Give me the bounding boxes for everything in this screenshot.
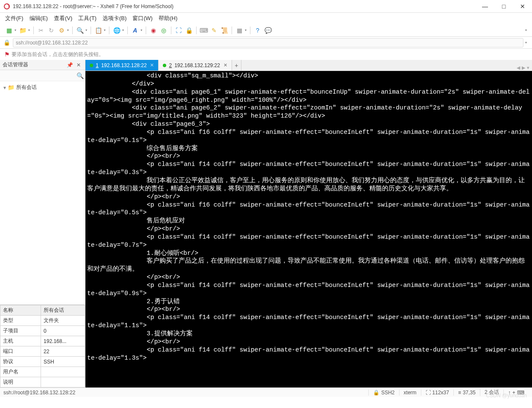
prop-key: 主机 — [0, 336, 41, 346]
prop-header-value[interactable]: 所有会话 — [41, 305, 85, 316]
tab-bar: 1192.168.132.128:22✕2192.168.132.129:22✕… — [85, 60, 532, 71]
maximize-button[interactable]: □ — [498, 3, 510, 10]
sidebar-title: 会话管理器 — [3, 61, 28, 68]
status-term: xterm — [399, 390, 421, 396]
dropdown-icon[interactable]: ▾ — [85, 28, 87, 32]
properties-icon[interactable]: ⚙ — [58, 27, 65, 34]
close-tab-icon[interactable]: ✕ — [150, 62, 154, 68]
status-dot-icon — [90, 64, 93, 67]
main-area: 会话管理器 📌 ✕ 🔍 ▾ 📁 所有会话 名称所有会话 类型文件夹子项目0主机1… — [0, 60, 532, 387]
prop-key: 子项目 — [0, 326, 41, 336]
statusbar: ssh://root@192.168.132.128:22 🔒SSH2 xter… — [0, 387, 532, 397]
open-icon[interactable]: 📁 — [19, 27, 26, 34]
reconnect-icon[interactable]: ↻ — [47, 27, 55, 34]
close-button[interactable]: ✕ — [517, 3, 529, 10]
menu-item[interactable]: 窗口(W) — [132, 15, 153, 22]
search-icon[interactable]: 🔍 — [76, 72, 85, 79]
prop-value: 22 — [41, 346, 85, 357]
session-tab[interactable]: 2192.168.132.129:22✕ — [159, 60, 232, 71]
tree-root-item[interactable]: ▾ 📁 所有会话 — [2, 83, 83, 92]
menu-item[interactable]: 文件(F) — [5, 15, 24, 22]
separator — [109, 27, 109, 34]
chat-icon[interactable]: 💬 — [264, 27, 272, 34]
copy-icon[interactable]: 📋 — [94, 27, 102, 34]
dropdown-icon[interactable]: ▾ — [245, 28, 247, 32]
fullscreen-icon[interactable]: ⛶ — [175, 27, 182, 34]
window-controls: — □ ✕ — [479, 3, 529, 10]
prop-row: 子项目0 — [0, 326, 85, 336]
keyboard-icon[interactable]: ⌨ — [200, 27, 208, 34]
terminal[interactable]: <div class="sq_m_small"></div> </div> <d… — [85, 71, 532, 387]
menu-item[interactable]: 编辑(E) — [29, 15, 48, 22]
toolbar-drop-icon[interactable]: ▾ — [525, 28, 527, 32]
menu-item[interactable]: 帮助(H) — [159, 15, 177, 22]
add-tab-button[interactable]: + — [232, 60, 241, 71]
separator — [250, 27, 250, 34]
separator — [33, 27, 34, 34]
highlight-icon[interactable]: ✎ — [210, 27, 218, 34]
sidebar-close-icon[interactable]: ✕ — [75, 62, 82, 68]
dropdown-icon[interactable]: ▾ — [15, 28, 16, 32]
globe-icon[interactable]: 🌐 — [113, 27, 121, 34]
font-icon[interactable]: A — [131, 27, 139, 34]
tab-label: 192.168.132.128:22 — [101, 62, 147, 68]
sidebar-search: 🔍 — [0, 70, 85, 81]
toolbar: ▦▾ 📁▾ ✂ ↻ ⚙▾ 🔍▾ 📋▾ 🌐▾ A▾ ◉ ◎ ⛶ 🔒 ⌨ ✎ 📜 ▦… — [0, 24, 532, 37]
watermark: CSDN @yunduan — [486, 393, 527, 397]
prop-row: 协议SSH — [0, 357, 85, 367]
prop-value: SSH — [41, 357, 85, 367]
tree-root-label: 所有会话 — [16, 84, 37, 91]
close-tab-icon[interactable]: ✕ — [223, 62, 227, 68]
content-area: 1192.168.132.128:22✕2192.168.132.129:22✕… — [85, 60, 532, 387]
menu-item[interactable]: 查看(V) — [54, 15, 72, 22]
address-drop-icon[interactable]: ▾ — [525, 41, 527, 44]
separator — [91, 27, 91, 34]
search-icon[interactable]: 🔍 — [76, 27, 84, 34]
minimize-button[interactable]: — — [479, 3, 491, 10]
lock-icon: 🔒 — [373, 390, 379, 396]
separator — [232, 27, 232, 34]
status-proto: 🔒SSH2 — [368, 390, 399, 396]
pin-icon[interactable]: 📌 — [65, 62, 75, 68]
prop-value — [41, 377, 85, 387]
sidebar: 会话管理器 📌 ✕ 🔍 ▾ 📁 所有会话 名称所有会话 类型文件夹子项目0主机1… — [0, 60, 85, 387]
tab-prev-icon[interactable]: ◀ — [517, 65, 520, 71]
prop-key: 用户名 — [0, 367, 41, 377]
new-session-icon[interactable]: ▦ — [5, 27, 13, 34]
sidebar-title-bar: 会话管理器 📌 ✕ — [0, 60, 85, 70]
dropdown-icon[interactable]: ▾ — [28, 28, 30, 32]
status-size: ⛶ 112x37 — [421, 390, 453, 396]
prop-header-name[interactable]: 名称 — [0, 305, 41, 316]
dropdown-icon[interactable]: ▾ — [122, 28, 124, 32]
dropdown-icon[interactable]: ▾ — [67, 28, 69, 32]
titlebar: 192.168.132.128:22 - root@server:~ - Xsh… — [0, 0, 532, 13]
window-title: 192.168.132.128:22 - root@server:~ - Xsh… — [13, 3, 479, 9]
prop-row: 用户名 — [0, 367, 85, 377]
tab-next-icon[interactable]: ▶ — [522, 65, 525, 71]
dropdown-icon[interactable]: ▾ — [141, 28, 142, 32]
menu-item[interactable]: 工具(T) — [78, 15, 97, 22]
xshell-icon[interactable]: ◉ — [150, 27, 157, 34]
cut-icon[interactable]: ✂ — [37, 27, 45, 34]
help-icon[interactable]: ? — [254, 27, 262, 34]
xftp-icon[interactable]: ◎ — [160, 27, 168, 34]
session-tree[interactable]: ▾ 📁 所有会话 — [0, 81, 85, 305]
prop-value: 文件夹 — [41, 316, 85, 326]
menu-item[interactable]: 选项卡(B) — [103, 15, 126, 22]
properties-panel: 名称所有会话 类型文件夹子项目0主机192.168...端口22协议SSH用户名… — [0, 305, 85, 387]
prop-key: 类型 — [0, 316, 41, 326]
layout-icon[interactable]: ▦ — [235, 27, 243, 34]
collapse-icon[interactable]: ▾ — [3, 85, 6, 91]
lock-icon[interactable]: 🔒 — [185, 27, 193, 34]
separator — [72, 27, 73, 34]
session-tab[interactable]: 1192.168.132.128:22✕ — [85, 60, 159, 71]
address-input[interactable] — [13, 38, 523, 47]
scroll-icon[interactable]: 📜 — [220, 27, 228, 34]
tab-number: 1 — [96, 62, 99, 68]
prop-row: 主机192.168... — [0, 336, 85, 346]
tab-number: 2 — [169, 62, 172, 68]
dropdown-icon[interactable]: ▾ — [104, 28, 106, 32]
separator — [196, 27, 197, 34]
tab-menu-icon[interactable]: ▾ — [527, 65, 529, 71]
sidebar-search-input[interactable] — [1, 71, 76, 80]
